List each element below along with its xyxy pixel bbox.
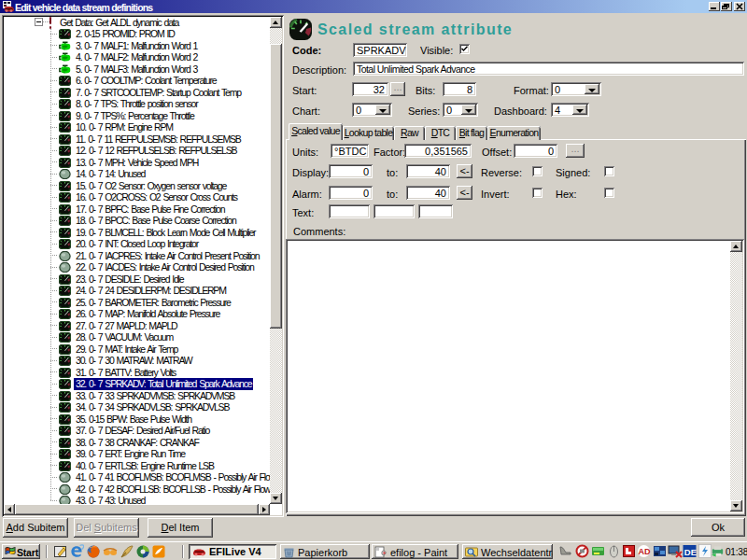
svg-text:AD: AD (639, 547, 651, 556)
svg-text:DE: DE (684, 547, 697, 557)
